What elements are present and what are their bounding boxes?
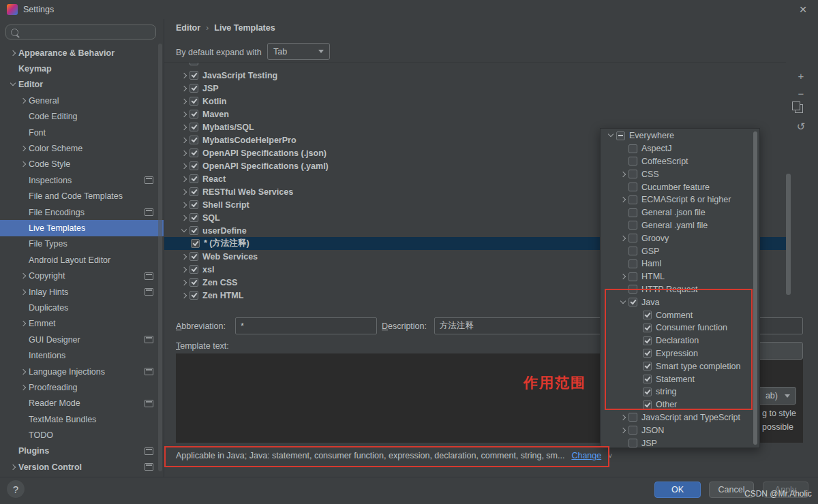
- scope-item-css[interactable]: CSS: [601, 168, 759, 180]
- expand-with-dropdown[interactable]: Tab: [267, 43, 330, 60]
- checkbox[interactable]: [643, 336, 652, 345]
- chevron-right-icon[interactable]: [179, 265, 190, 274]
- chevron-right-icon[interactable]: [179, 252, 190, 262]
- checkbox[interactable]: [190, 200, 198, 209]
- scope-item-java[interactable]: Java: [601, 296, 759, 309]
- chevron-right-icon[interactable]: [618, 170, 628, 179]
- checkbox[interactable]: [628, 285, 637, 294]
- chevron-right-icon[interactable]: [618, 195, 628, 204]
- ok-button[interactable]: OK: [654, 482, 701, 498]
- scope-item-coffeescript[interactable]: CoffeeScript: [601, 155, 759, 168]
- sidebar-item-code-editing[interactable]: Code Editing: [0, 109, 164, 125]
- scope-item-declaration[interactable]: Declaration: [601, 334, 759, 347]
- chevron-right-icon[interactable]: [618, 413, 628, 422]
- chevron-right-icon[interactable]: [18, 383, 29, 392]
- checkbox[interactable]: [190, 174, 198, 183]
- checkbox[interactable]: [643, 388, 652, 396]
- sidebar-item-live-templates[interactable]: Live Templates: [0, 220, 164, 236]
- checkbox[interactable]: [643, 400, 652, 409]
- sidebar-item-code-style[interactable]: Code Style: [0, 157, 164, 172]
- sidebar-item-font[interactable]: Font: [0, 125, 164, 140]
- scope-item-ecmascript-6-or-higher[interactable]: ECMAScript 6 or higher: [601, 193, 759, 206]
- chevron-down-icon[interactable]: [606, 131, 616, 140]
- checkbox[interactable]: [190, 62, 198, 65]
- scope-item-html[interactable]: HTML: [601, 270, 759, 283]
- scope-item-json[interactable]: JSON: [601, 424, 759, 437]
- checkbox[interactable]: [616, 131, 625, 140]
- scope-item-consumer-function[interactable]: Consumer function: [601, 321, 759, 334]
- checkbox[interactable]: [190, 252, 198, 261]
- chevron-right-icon[interactable]: [18, 271, 29, 281]
- sidebar-item-file-types[interactable]: File Types: [0, 236, 164, 252]
- close-icon[interactable]: ×: [795, 1, 811, 18]
- checkbox[interactable]: [643, 349, 652, 358]
- checkbox[interactable]: [191, 239, 200, 248]
- checkbox[interactable]: [628, 234, 637, 242]
- scope-item-jsp[interactable]: JSP: [601, 437, 759, 448]
- checkbox[interactable]: [628, 221, 637, 230]
- checkbox[interactable]: [628, 247, 637, 255]
- revert-icon[interactable]: ↺: [793, 120, 808, 133]
- tree-group-maven[interactable]: Maven: [164, 108, 786, 121]
- chevron-right-icon[interactable]: [179, 71, 190, 80]
- breadcrumb-editor[interactable]: Editor: [176, 23, 200, 33]
- chevron-right-icon[interactable]: [618, 234, 628, 243]
- sidebar-item-android-layout-editor[interactable]: Android Layout Editor: [0, 252, 164, 268]
- sidebar-item-duplicates[interactable]: Duplicates: [0, 300, 164, 315]
- tree-group-kotlin[interactable]: Kotlin: [164, 95, 786, 108]
- settings-search-input[interactable]: [5, 25, 156, 40]
- scope-item-haml[interactable]: Haml: [601, 257, 759, 270]
- sidebar-item-gui-designer[interactable]: GUI Designer: [0, 332, 164, 347]
- checkbox[interactable]: [190, 187, 198, 196]
- sidebar-item-reader-mode[interactable]: Reader Mode: [0, 396, 164, 411]
- chevron-right-icon[interactable]: [179, 110, 190, 119]
- chevron-down-icon[interactable]: [8, 80, 18, 89]
- checkbox[interactable]: [190, 110, 198, 119]
- checkbox[interactable]: [628, 144, 637, 153]
- scope-item-expression[interactable]: Expression: [601, 347, 759, 360]
- help-button[interactable]: ?: [7, 480, 25, 498]
- scope-item-gsp[interactable]: GSP: [601, 245, 759, 257]
- chevron-right-icon[interactable]: [179, 278, 190, 287]
- checkbox[interactable]: [628, 183, 637, 191]
- sidebar-item-inspections[interactable]: Inspections: [0, 172, 164, 188]
- sidebar-item-proofreading[interactable]: Proofreading: [0, 379, 164, 395]
- scope-item-general-json-file[interactable]: General .json file: [601, 206, 759, 219]
- sidebar-item-plugins[interactable]: Plugins: [0, 443, 164, 459]
- checkbox[interactable]: [628, 208, 637, 217]
- chevron-right-icon[interactable]: [18, 319, 29, 328]
- sidebar-item-copyright[interactable]: Copyright: [0, 268, 164, 283]
- tree-group-javascript-testing[interactable]: JavaScript Testing: [164, 69, 786, 82]
- checkbox[interactable]: [190, 213, 198, 222]
- checkbox[interactable]: [190, 136, 198, 144]
- change-link[interactable]: Change: [571, 451, 601, 460]
- scope-item-aspectj[interactable]: AspectJ: [601, 142, 759, 155]
- scopes-panel-scrollbar[interactable]: [753, 131, 757, 445]
- sidebar-item-file-encodings[interactable]: File Encodings: [0, 204, 164, 220]
- scope-item-groovy[interactable]: Groovy: [601, 232, 759, 245]
- chevron-right-icon[interactable]: [8, 462, 18, 472]
- chevron-right-icon[interactable]: [18, 287, 29, 297]
- chevron-right-icon[interactable]: [179, 174, 190, 184]
- content-scrollbar[interactable]: [786, 174, 791, 295]
- chevron-right-icon[interactable]: [179, 161, 190, 171]
- checkbox[interactable]: [628, 195, 637, 204]
- sidebar-item-textmate-bundles[interactable]: TextMate Bundles: [0, 411, 164, 427]
- scope-item-smart-type-completion[interactable]: Smart type completion: [601, 360, 759, 373]
- scope-item-cucumber-feature[interactable]: Cucumber feature: [601, 180, 759, 193]
- checkbox[interactable]: [190, 226, 198, 235]
- chevron-right-icon[interactable]: [179, 97, 190, 106]
- chevron-right-icon[interactable]: [179, 84, 190, 93]
- remove-button[interactable]: −: [793, 87, 808, 101]
- chevron-right-icon[interactable]: [618, 272, 628, 281]
- chevron-right-icon[interactable]: [8, 48, 18, 58]
- scope-item-statement[interactable]: Statement: [601, 373, 759, 385]
- checkbox[interactable]: [190, 97, 198, 106]
- checkbox[interactable]: [190, 265, 198, 274]
- scope-item-http-request[interactable]: HTTP Request: [601, 283, 759, 296]
- checkbox[interactable]: [190, 278, 198, 287]
- sidebar-item-keymap[interactable]: Keymap: [0, 61, 164, 76]
- scope-item-other[interactable]: Other: [601, 398, 759, 411]
- chevron-right-icon[interactable]: [179, 148, 190, 158]
- checkbox[interactable]: [190, 84, 198, 93]
